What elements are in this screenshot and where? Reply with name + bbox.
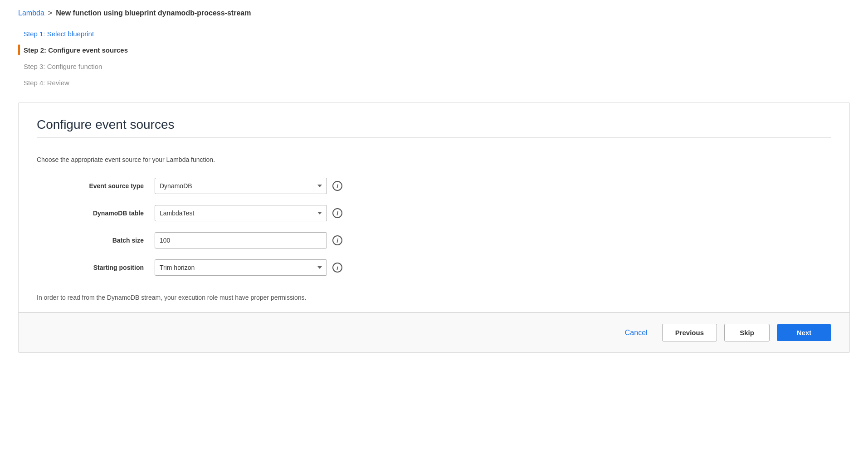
- dynamodb-table-info-icon[interactable]: i: [332, 208, 342, 218]
- starting-position-info-icon[interactable]: i: [332, 263, 342, 273]
- breadcrumb: Lambda > New function using blueprint dy…: [18, 9, 850, 17]
- page-container: Lambda > New function using blueprint dy…: [0, 0, 868, 362]
- starting-position-control: Trim horizon Latest i: [155, 259, 342, 276]
- breadcrumb-separator: >: [48, 9, 52, 17]
- step3-item: Step 3: Configure function: [18, 61, 850, 72]
- cancel-button[interactable]: Cancel: [618, 325, 655, 341]
- batch-size-row: Batch size i: [37, 232, 831, 248]
- step1-label: Step 1: Select blueprint: [24, 30, 94, 38]
- starting-position-select[interactable]: Trim horizon Latest: [155, 259, 327, 276]
- event-source-type-row: Event source type DynamoDB Kinesis i: [37, 178, 831, 194]
- previous-button[interactable]: Previous: [662, 324, 717, 341]
- step2-indicator: [18, 44, 20, 55]
- content-description: Choose the appropriate event source for …: [19, 156, 849, 163]
- next-button[interactable]: Next: [777, 324, 831, 341]
- batch-size-label: Batch size: [37, 237, 155, 244]
- event-source-type-info-icon[interactable]: i: [332, 181, 342, 191]
- dynamodb-table-row: DynamoDB table LambdaTest i: [37, 205, 831, 221]
- content-header: Configure event sources: [19, 103, 849, 156]
- starting-position-row: Starting position Trim horizon Latest i: [37, 259, 831, 276]
- dynamodb-table-control: LambdaTest i: [155, 205, 342, 221]
- dynamodb-table-select[interactable]: LambdaTest: [155, 205, 327, 221]
- form-section: Event source type DynamoDB Kinesis i Dyn…: [19, 178, 849, 276]
- event-source-type-select[interactable]: DynamoDB Kinesis: [155, 178, 327, 194]
- batch-size-control: i: [155, 232, 342, 248]
- step1-item[interactable]: Step 1: Select blueprint: [18, 28, 850, 39]
- footer-note: In order to read from the DynamoDB strea…: [19, 287, 849, 312]
- event-source-type-label: Event source type: [37, 182, 155, 190]
- step4-item: Step 4: Review: [18, 77, 850, 88]
- breadcrumb-current: New function using blueprint dynamodb-pr…: [56, 9, 251, 17]
- step4-indicator: [18, 77, 20, 88]
- event-source-type-control: DynamoDB Kinesis i: [155, 178, 342, 194]
- step4-label: Step 4: Review: [24, 79, 69, 87]
- skip-button[interactable]: Skip: [724, 324, 770, 341]
- page-title: Configure event sources: [37, 117, 831, 132]
- step2-label: Step 2: Configure event sources: [24, 46, 128, 54]
- batch-size-input[interactable]: [155, 232, 327, 248]
- batch-size-info-icon[interactable]: i: [332, 235, 342, 245]
- step1-indicator: [18, 28, 20, 39]
- action-bar: Cancel Previous Skip Next: [19, 312, 849, 352]
- step3-indicator: [18, 61, 20, 72]
- step3-label: Step 3: Configure function: [24, 63, 102, 70]
- breadcrumb-lambda-link[interactable]: Lambda: [18, 9, 44, 17]
- dynamodb-table-label: DynamoDB table: [37, 210, 155, 217]
- step2-item: Step 2: Configure event sources: [18, 44, 850, 55]
- main-content: Configure event sources Choose the appro…: [18, 102, 850, 353]
- starting-position-label: Starting position: [37, 264, 155, 271]
- header-divider: [37, 137, 831, 138]
- steps-nav: Step 1: Select blueprint Step 2: Configu…: [18, 28, 850, 88]
